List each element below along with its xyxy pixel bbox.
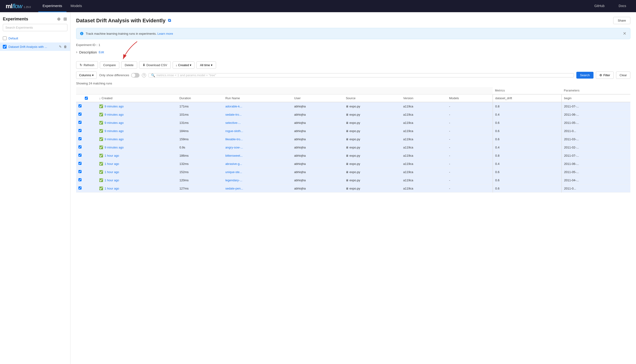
row-checkbox[interactable]: [78, 186, 82, 190]
row-version: a119ca: [401, 168, 447, 176]
runname-link[interactable]: angry-sow-...: [225, 146, 243, 149]
info-dot-icon: [80, 32, 83, 35]
delete-dataset-drift-button[interactable]: 🗑: [63, 44, 67, 49]
runname-link[interactable]: rogue-sloth...: [225, 129, 243, 133]
learn-more-link[interactable]: Learn more: [157, 32, 173, 36]
created-link[interactable]: ✅ 1 hour ago: [99, 154, 175, 157]
sidebar-item-dataset-drift[interactable]: Dataset Drift Analysis with ... ✎ 🗑: [0, 42, 70, 51]
row-checkbox[interactable]: [78, 146, 82, 148]
description-edit-link[interactable]: Edit: [99, 50, 104, 54]
row-checkbox[interactable]: [78, 170, 82, 173]
table-row: ✅ 9 minutes ago 159ms likeable-tro... ab…: [76, 135, 630, 143]
th-models[interactable]: Models: [447, 94, 493, 102]
row-checkbox[interactable]: [78, 121, 82, 124]
row-user: abhiojha: [292, 143, 344, 152]
nav-experiments[interactable]: Experiments: [38, 0, 66, 12]
th-version[interactable]: Version: [401, 94, 447, 102]
refresh-button[interactable]: ↻ Refresh: [76, 61, 98, 69]
row-checkbox[interactable]: [78, 154, 82, 157]
created-link[interactable]: ✅ 9 minutes ago: [99, 112, 175, 116]
row-created: ✅ 9 minutes ago: [97, 143, 177, 152]
runname-link[interactable]: likeable-tro...: [225, 138, 243, 141]
runname-link[interactable]: unique-ste...: [225, 170, 242, 174]
copy-experiment-icon[interactable]: ⧉: [168, 18, 171, 23]
row-checkbox[interactable]: [78, 162, 82, 165]
runname-link[interactable]: sedate-pen...: [225, 187, 243, 190]
filter-label: Filter: [603, 74, 610, 77]
runs-search-input[interactable]: [156, 74, 571, 77]
metrics-group-header: Metrics: [493, 87, 562, 94]
th-created[interactable]: ↓ Created: [97, 94, 177, 102]
row-duration: 0.9s: [177, 143, 223, 152]
created-link[interactable]: ✅ 9 minutes ago: [99, 121, 175, 124]
status-success-icon: ✅: [99, 154, 103, 157]
row-runname: rogue-sloth...: [223, 127, 292, 135]
created-link[interactable]: ✅ 9 minutes ago: [99, 129, 175, 133]
row-checkbox[interactable]: [78, 178, 82, 181]
nav-models[interactable]: Models: [67, 0, 86, 12]
created-link[interactable]: ✅ 1 hour ago: [99, 178, 175, 182]
row-created: ✅ 1 hour ago: [97, 160, 177, 168]
compare-button[interactable]: Compare: [100, 62, 119, 69]
th-runname[interactable]: Run Name: [223, 94, 292, 102]
download-csv-button[interactable]: ⬇ Download CSV: [139, 61, 171, 69]
th-dataset-drift[interactable]: dataset_drift: [493, 94, 562, 102]
refresh-icon: ↻: [80, 63, 82, 67]
created-link[interactable]: ✅ 1 hour ago: [99, 170, 175, 174]
search-button[interactable]: Search: [576, 72, 593, 78]
row-user: abhiojha: [292, 102, 344, 110]
source-monitor-icon: 🖥: [346, 121, 348, 124]
add-experiment-button[interactable]: ⊕: [57, 16, 61, 22]
row-dataset-drift: 0.4: [493, 110, 562, 119]
created-sort-button[interactable]: ↓ Created ▾: [173, 62, 195, 69]
created-link[interactable]: ✅ 1 hour ago: [99, 186, 175, 190]
row-version: a119ca: [401, 135, 447, 143]
created-link[interactable]: ✅ 1 hour ago: [99, 162, 175, 166]
only-show-differences-toggle[interactable]: [131, 73, 139, 78]
sidebar-item-default[interactable]: Default ✎ 🗑: [0, 34, 70, 42]
select-all-checkbox[interactable]: [85, 97, 88, 100]
grid-view-button[interactable]: ⊞: [63, 16, 67, 22]
all-time-button[interactable]: All time ▾: [196, 62, 216, 69]
sidebar-item-dataset-drift-checkbox[interactable]: [3, 45, 7, 48]
row-checkbox[interactable]: [78, 112, 82, 116]
edit-dataset-drift-button[interactable]: ✎: [59, 44, 62, 49]
created-link[interactable]: ✅ 9 minutes ago: [99, 137, 175, 141]
row-checkbox[interactable]: [78, 104, 82, 108]
created-link[interactable]: ✅ 9 minutes ago: [99, 104, 175, 108]
th-user[interactable]: User: [292, 94, 344, 102]
clear-button[interactable]: Clear: [616, 72, 630, 79]
runname-link[interactable]: legendary-...: [225, 178, 242, 182]
columns-button[interactable]: Columns ▾: [76, 72, 97, 79]
runname-link[interactable]: bittersweet...: [225, 154, 243, 157]
toolbar: ↻ Refresh Compare Delete ⬇ Download CSV …: [76, 61, 630, 69]
runname-link[interactable]: sedate-tro...: [225, 113, 242, 116]
row-user: abhiojha: [292, 176, 344, 184]
th-begin[interactable]: begin: [562, 94, 630, 102]
columns-label: Columns: [79, 74, 91, 77]
help-icon[interactable]: ?: [142, 73, 146, 78]
runname-link[interactable]: adorable-k...: [225, 104, 242, 108]
search-experiments-input[interactable]: [3, 24, 67, 31]
runname-link[interactable]: selective-...: [225, 121, 241, 124]
table-row: ✅ 1 hour ago 120ms legendary-... abhiojh…: [76, 176, 630, 184]
th-duration[interactable]: Duration: [177, 94, 223, 102]
row-runname: sedate-pen...: [223, 184, 292, 192]
share-button[interactable]: Share: [613, 17, 630, 24]
delete-button[interactable]: Delete: [121, 62, 137, 69]
sidebar-item-default-checkbox[interactable]: [3, 36, 7, 40]
delete-default-button[interactable]: 🗑: [63, 36, 67, 40]
edit-default-button[interactable]: ✎: [59, 36, 62, 40]
filter-button[interactable]: ⚙ Filter: [596, 72, 614, 79]
description-chevron-icon[interactable]: ›: [76, 50, 77, 54]
row-version: a119ca: [401, 102, 447, 110]
only-show-differences-label: Only show differences: [99, 74, 129, 77]
row-checkbox[interactable]: [78, 129, 82, 132]
info-close-button[interactable]: ✕: [623, 31, 626, 36]
created-link[interactable]: ✅ 9 minutes ago: [99, 146, 175, 149]
runname-link[interactable]: abrasive-g...: [225, 162, 242, 166]
nav-docs[interactable]: Docs: [614, 0, 630, 12]
nav-github[interactable]: GitHub: [590, 0, 609, 12]
row-checkbox[interactable]: [78, 137, 82, 140]
th-source[interactable]: Source: [343, 94, 401, 102]
